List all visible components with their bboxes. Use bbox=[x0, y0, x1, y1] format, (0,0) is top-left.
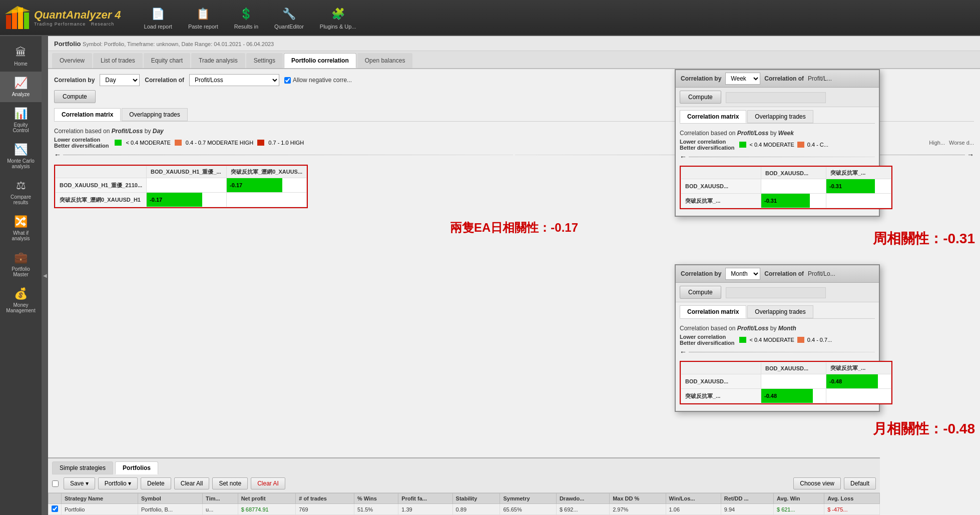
matrix-tab-overlapping[interactable]: Overlapping trades bbox=[122, 108, 187, 121]
table-row[interactable]: Portfolio Portfolio, B... u... $ 68774.9… bbox=[49, 504, 880, 515]
week-compute-button[interactable]: Compute bbox=[680, 91, 721, 104]
th-checkbox bbox=[49, 493, 62, 504]
th-timeframe[interactable]: Tim... bbox=[203, 493, 238, 504]
th-profit-factor[interactable]: Profit fa... bbox=[398, 493, 452, 504]
default-button[interactable]: Default bbox=[844, 477, 876, 489]
tab-equity-chart[interactable]: Equity chart bbox=[144, 53, 190, 68]
th-symbol[interactable]: Symbol bbox=[138, 493, 203, 504]
week-matrix-row2: 突破反抗軍_... -0.31 bbox=[681, 194, 891, 208]
th-win-loss[interactable]: Win/Los... bbox=[666, 493, 721, 504]
row-profit-factor: 1.39 bbox=[398, 504, 452, 515]
choose-view-button[interactable]: Choose view bbox=[793, 477, 841, 489]
tab-portfolio-correlation[interactable]: Portfolio correlation bbox=[284, 53, 356, 68]
th-ret-dd[interactable]: Ret/DD ... bbox=[721, 493, 773, 504]
compute-button[interactable]: Compute bbox=[54, 90, 96, 103]
sidebar-item-home[interactable]: 🏛 Home bbox=[0, 41, 42, 72]
month-corr-by-select[interactable]: Month Day Week bbox=[725, 268, 760, 280]
save-button[interactable]: Save ▾ bbox=[64, 477, 95, 489]
row-checkbox[interactable] bbox=[52, 505, 58, 512]
sidebar-item-money-mgmt[interactable]: 💰 Money Management bbox=[0, 282, 42, 318]
month-corner bbox=[681, 362, 761, 374]
th-trades[interactable]: # of trades bbox=[296, 493, 354, 504]
allow-negative-label[interactable]: Allow negative corre... bbox=[284, 77, 352, 84]
th-wins[interactable]: % Wins bbox=[354, 493, 398, 504]
month-matrix-tab-overlapping[interactable]: Overlapping trades bbox=[747, 305, 813, 318]
tab-list-of-trades[interactable]: List of trades bbox=[93, 53, 143, 68]
month-col2-header: 突破反抗軍_... bbox=[826, 362, 891, 374]
sidebar-item-analyze[interactable]: 📈 Analyze bbox=[0, 72, 42, 102]
set-note-button[interactable]: Set note bbox=[212, 477, 248, 489]
tab-open-balances[interactable]: Open balances bbox=[357, 53, 413, 68]
compare-icon: ⚖ bbox=[16, 179, 26, 192]
week-row2-val: -0.31 bbox=[761, 198, 780, 204]
corr-by-select[interactable]: Day Week Month bbox=[100, 74, 140, 86]
svg-rect-3 bbox=[24, 13, 29, 29]
tab-trade-analysis[interactable]: Trade analysis bbox=[191, 53, 245, 68]
th-strategy-name[interactable]: Strategy Name bbox=[62, 493, 138, 504]
tab-settings[interactable]: Settings bbox=[246, 53, 283, 68]
corr-by-label: Correlation by bbox=[54, 77, 95, 84]
th-symmetry[interactable]: Symmetry bbox=[500, 493, 556, 504]
month-matrix-row1: BOD_XAUUSD... -0.48 bbox=[681, 374, 891, 389]
month-popup-panel: Correlation by Month Day Week Correlatio… bbox=[675, 264, 880, 412]
th-avg-win[interactable]: Avg. Win bbox=[773, 493, 824, 504]
select-all-checkbox[interactable] bbox=[52, 480, 59, 487]
th-net-profit[interactable]: Net profit bbox=[238, 493, 296, 504]
matrix-tab-correlation[interactable]: Correlation matrix bbox=[54, 108, 121, 121]
quant-editor-button[interactable]: 🔧 QuantEditor bbox=[270, 4, 308, 32]
week-row1-label: BOD_XAUUSD... bbox=[681, 179, 761, 194]
th-stability[interactable]: Stability bbox=[452, 493, 500, 504]
plugins-button[interactable]: 🧩 Plugins & Up... bbox=[316, 4, 360, 32]
matrix-row2: 突破反抗軍_瀝網0_XAUUSD_H1 -0.17 bbox=[56, 193, 307, 207]
sidebar-item-whatif[interactable]: 🔀 What if analysis bbox=[0, 210, 42, 246]
week-moderate-label: < 0.4 MODERATE bbox=[749, 142, 794, 148]
sidebar-item-portfolio-master[interactable]: 💼 Portfolio Master bbox=[0, 246, 42, 282]
week-row2-col1: -0.31 bbox=[761, 194, 826, 208]
strategy-tabs: Simple strategies Portfolios bbox=[48, 458, 880, 474]
month-row1-col2: -0.48 bbox=[826, 374, 891, 389]
matrix-row1-label: BOD_XAUUSD_H1_重優_2110... bbox=[56, 178, 147, 193]
month-matrix-tab-correlation[interactable]: Correlation matrix bbox=[680, 305, 746, 318]
week-matrix-tab-correlation[interactable]: Correlation matrix bbox=[680, 110, 746, 123]
whatif-icon: 🔀 bbox=[14, 215, 28, 228]
week-matrix-tab-overlapping[interactable]: Overlapping trades bbox=[747, 110, 813, 123]
clear-all-button[interactable]: Clear All bbox=[174, 477, 210, 489]
sidebar-toggle[interactable]: ◀ bbox=[42, 36, 48, 515]
strategy-toolbar: Save ▾ Portfolio ▾ Delete Clear All Set … bbox=[48, 474, 880, 493]
row-net-profit: $ 68774.91 bbox=[238, 504, 296, 515]
week-row2-col2 bbox=[826, 194, 891, 208]
load-report-button[interactable]: 📄 Load report bbox=[140, 4, 176, 32]
paste-report-button[interactable]: 📋 Paste report bbox=[184, 4, 222, 32]
month-corr-of-label: Correlation of bbox=[764, 270, 804, 277]
high-dir-label: High... bbox=[929, 140, 945, 146]
week-matrix-row1: BOD_XAUUSD... -0.31 bbox=[681, 179, 891, 194]
month-row2-col2 bbox=[826, 389, 891, 403]
week-corr-of-label: Correlation of bbox=[764, 75, 804, 82]
sidebar-item-compare[interactable]: ⚖ Compare results bbox=[0, 174, 42, 210]
results-in-button[interactable]: 💲 Results in bbox=[230, 4, 262, 32]
week-lower-text: Lower correlation Better diversification bbox=[680, 139, 734, 151]
clear-ai-button[interactable]: Clear AI bbox=[251, 477, 285, 489]
week-matrix-container: BOD_XAUUSD... 突破反抗軍_... BOD_XAUUSD... -0… bbox=[680, 166, 892, 209]
week-corr-by-select[interactable]: Week Day Month bbox=[725, 73, 760, 85]
portfolio-button[interactable]: Portfolio ▾ bbox=[98, 477, 138, 489]
th-avg-loss[interactable]: Avg. Loss bbox=[824, 493, 880, 504]
delete-button[interactable]: Delete bbox=[141, 477, 171, 489]
month-matrix-row2: 突破反抗軍_... -0.48 bbox=[681, 389, 891, 403]
matrix-row2-col2 bbox=[227, 193, 307, 207]
sidebar-item-equity-control[interactable]: 📊 Equity Control bbox=[0, 102, 42, 138]
portfolios-tab[interactable]: Portfolios bbox=[115, 461, 158, 474]
month-compute-button[interactable]: Compute bbox=[680, 286, 721, 299]
svg-rect-0 bbox=[6, 15, 11, 29]
th-drawdown[interactable]: Drawdo... bbox=[556, 493, 609, 504]
plugins-icon: 🧩 bbox=[330, 6, 346, 22]
allow-negative-checkbox[interactable] bbox=[284, 77, 291, 84]
row-trades: 769 bbox=[296, 504, 354, 515]
sidebar-item-monte-carlo[interactable]: 📉 Monte Carlo analysis bbox=[0, 138, 42, 174]
th-max-dd[interactable]: Max DD % bbox=[610, 493, 666, 504]
simple-strategies-tab[interactable]: Simple strategies bbox=[52, 461, 113, 474]
matrix-row1: BOD_XAUUSD_H1_重優_2110... -0.17 bbox=[56, 178, 307, 193]
tab-overview[interactable]: Overview bbox=[52, 53, 92, 68]
strategies-table: Strategy Name Symbol Tim... Net profit #… bbox=[48, 493, 880, 515]
corr-of-select[interactable]: Profit/Loss bbox=[189, 74, 279, 86]
